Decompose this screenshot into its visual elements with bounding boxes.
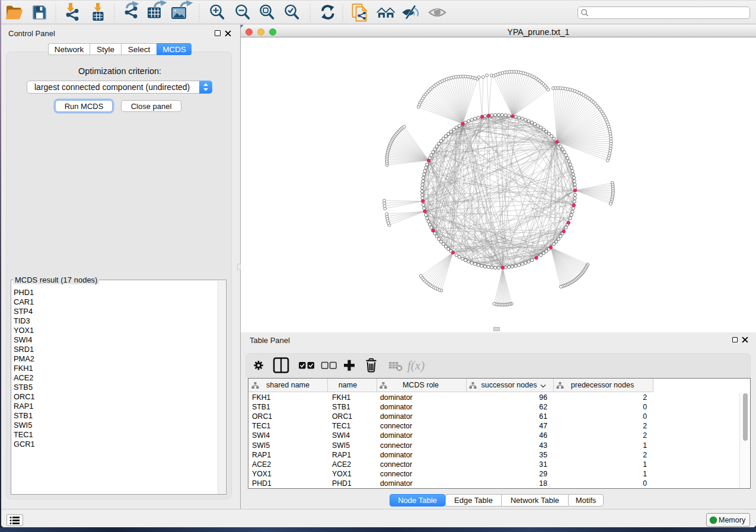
svg-text:f(x): f(x) xyxy=(407,358,425,373)
